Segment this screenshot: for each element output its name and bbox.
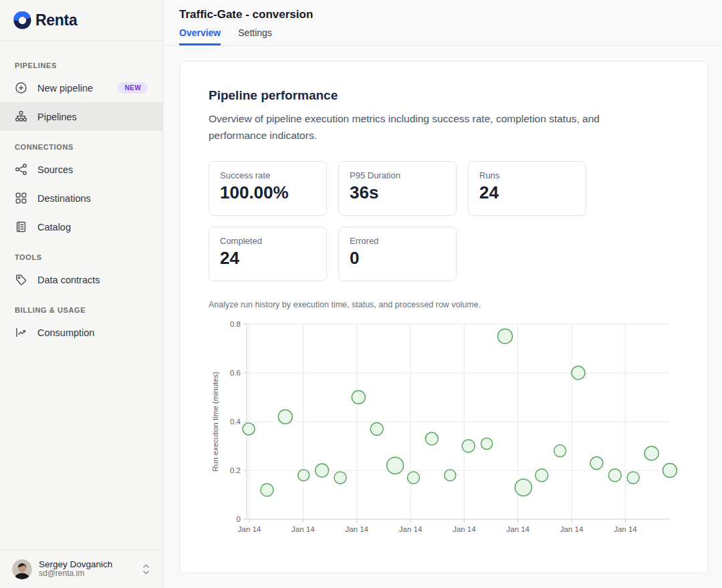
- sitemap-icon: [15, 110, 27, 123]
- run-history-chart[interactable]: Jan 14Jan 14Jan 14Jan 14Jan 14Jan 14Jan …: [209, 319, 679, 539]
- renta-logo-icon: [13, 11, 31, 29]
- svg-text:0.2: 0.2: [230, 466, 241, 474]
- pipeline-performance-panel: Pipeline performance Overview of pipelin…: [179, 61, 709, 573]
- sidebar-item-label: Sources: [37, 164, 73, 175]
- metric-completed: Completed 24: [209, 227, 327, 281]
- metric-value: 0: [350, 248, 445, 269]
- user-avatar: [12, 559, 32, 579]
- tab-bar: Overview Settings: [179, 27, 709, 45]
- page-title: Traffic-Gate - conversion: [179, 8, 709, 21]
- svg-text:Jan 14: Jan 14: [291, 525, 315, 533]
- section-label-connections: CONNECTIONS: [0, 143, 162, 151]
- sidebar-item-label: Catalog: [37, 222, 71, 233]
- metric-success-rate: Success rate 100.00%: [209, 161, 327, 216]
- tab-settings[interactable]: Settings: [238, 27, 272, 45]
- chevron-up-down-icon[interactable]: [142, 563, 150, 575]
- sidebar-item-pipelines[interactable]: Pipelines: [0, 102, 162, 131]
- chart-note: Analyze run history by execution time, s…: [209, 300, 679, 309]
- sidebar-item-sources[interactable]: Sources: [0, 155, 162, 184]
- sidebar-item-label: Data contracts: [37, 275, 100, 285]
- sidebar-item-destinations[interactable]: Destinations: [0, 184, 162, 212]
- svg-text:Jan 14: Jan 14: [345, 525, 368, 533]
- user-name: Sergey Dovganich: [39, 559, 112, 570]
- book-icon: [15, 220, 27, 233]
- user-info: Sergey Dovganich sd@renta.im: [39, 559, 112, 579]
- sidebar-item-new-pipeline[interactable]: New pipeline NEW: [0, 74, 162, 102]
- sidebar-item-label: New pipeline: [37, 83, 93, 94]
- panel-title: Pipeline performance: [209, 88, 679, 103]
- page-header: Traffic-Gate - conversion Overview Setti…: [163, 0, 722, 46]
- svg-text:Run execution time (minutes): Run execution time (minutes): [211, 372, 219, 472]
- tab-overview[interactable]: Overview: [179, 27, 221, 45]
- sidebar-item-consumption[interactable]: Consumption: [0, 318, 162, 347]
- svg-text:0.8: 0.8: [230, 320, 241, 328]
- section-label-billing: BILLING & USAGE: [0, 306, 162, 314]
- sidebar-item-label: Pipelines: [37, 112, 77, 122]
- svg-text:Jan 14: Jan 14: [453, 525, 476, 533]
- tag-icon: [15, 273, 27, 286]
- sidebar-item-data-contracts[interactable]: Data contracts: [0, 265, 162, 294]
- metric-value: 100.00%: [220, 182, 316, 203]
- sidebar: Renta PIPELINES New pipeline NEW Pipelin…: [0, 0, 163, 588]
- metric-runs: Runs 24: [468, 161, 586, 216]
- svg-text:Jan 14: Jan 14: [506, 525, 529, 533]
- grid-icon: [15, 192, 27, 204]
- sidebar-item-label: Destinations: [37, 193, 91, 204]
- brand-logo[interactable]: Renta: [0, 0, 162, 41]
- plus-circle-icon: [15, 82, 27, 94]
- metric-value: 36s: [350, 182, 445, 203]
- panel-description: Overview of pipeline execution metrics i…: [209, 110, 651, 144]
- metric-label: Runs: [479, 170, 575, 180]
- svg-text:Jan 14: Jan 14: [399, 525, 423, 533]
- metric-label: Errored: [350, 236, 445, 246]
- svg-text:Jan 14: Jan 14: [560, 525, 584, 533]
- share-nodes-icon: [15, 163, 27, 176]
- sidebar-nav: PIPELINES New pipeline NEW Pipelines CON…: [0, 41, 162, 549]
- metric-label: Success rate: [220, 170, 316, 180]
- content-area: Pipeline performance Overview of pipelin…: [163, 46, 722, 588]
- brand-name: Renta: [35, 11, 77, 29]
- metric-errored: Errored 0: [338, 227, 457, 281]
- metric-label: P95 Duration: [350, 170, 445, 180]
- user-menu[interactable]: Sergey Dovganich sd@renta.im: [0, 549, 162, 588]
- new-badge: NEW: [118, 82, 148, 94]
- sidebar-item-catalog[interactable]: Catalog: [0, 212, 162, 241]
- main-area: Traffic-Gate - conversion Overview Setti…: [163, 0, 722, 588]
- section-label-pipelines: PIPELINES: [0, 61, 162, 69]
- section-label-tools: TOOLS: [0, 253, 162, 261]
- metric-value: 24: [220, 248, 316, 269]
- svg-text:Jan 14: Jan 14: [614, 525, 637, 533]
- metric-value: 24: [479, 182, 575, 203]
- sidebar-item-label: Consumption: [37, 327, 94, 338]
- chart-line-icon: [15, 326, 27, 339]
- svg-text:0.4: 0.4: [230, 418, 241, 426]
- metric-p95-duration: P95 Duration 36s: [338, 161, 457, 216]
- svg-text:0.6: 0.6: [230, 369, 241, 377]
- svg-text:0: 0: [237, 515, 241, 523]
- metrics-grid: Success rate 100.00% P95 Duration 36s Ru…: [209, 161, 679, 281]
- metric-label: Completed: [220, 236, 316, 246]
- svg-text:Jan 14: Jan 14: [238, 525, 261, 533]
- user-email: sd@renta.im: [39, 569, 112, 579]
